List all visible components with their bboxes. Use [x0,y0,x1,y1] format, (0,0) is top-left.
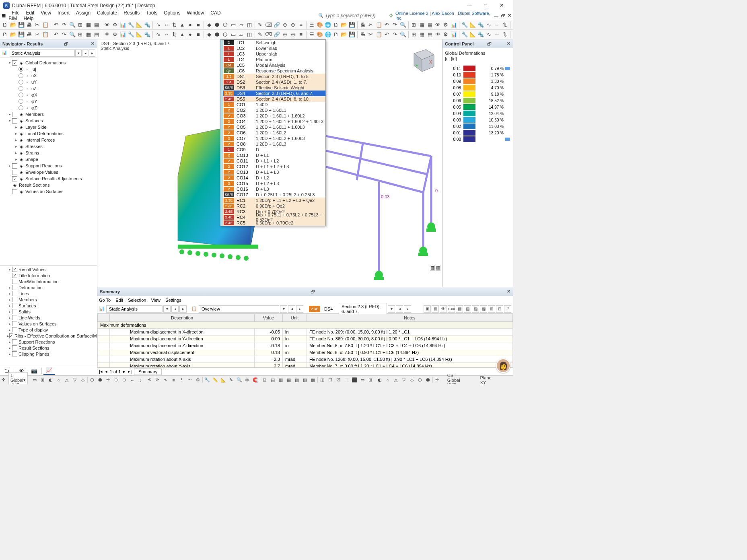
col-header[interactable]: Unit [283,314,307,322]
tree-item[interactable]: ▸Result Values [1,266,96,272]
toolbar-button[interactable]: 🔗 [273,31,280,39]
checkbox[interactable] [12,315,17,320]
status-tool-button[interactable]: 📏 [212,377,219,383]
loadcase-option[interactable]: SE/ECO17D + 0.25L1 + 0.25L2 + 0.25L3 [220,192,325,198]
tree-item[interactable]: ◈Result Sections [1,182,96,188]
status-tool-button[interactable]: ≡ [170,377,177,383]
status-tool-button[interactable]: ⬚ [343,377,350,383]
loadcase-option[interactable]: QeLC5Modal Analysis [220,62,325,68]
tab-results-icon[interactable]: 📈 [43,367,55,375]
status-tool-button[interactable]: ⬢ [424,377,432,383]
loadcase-option[interactable]: QeLC6Response Spectrum Analysis [220,68,325,74]
toolbar-button[interactable]: ⊞ [77,21,84,29]
toolbar-button[interactable]: 📊 [450,21,457,29]
tree-item[interactable]: ▸Support Reactions [1,339,96,345]
toolbar-button[interactable]: 👁 [103,21,111,29]
toolbar-button[interactable]: 🔍 [69,31,76,39]
toolbar-button[interactable]: 🖶 [26,21,33,29]
tree-item[interactable]: ◈Values on Surfaces [1,188,96,195]
loadcase-option[interactable]: 1CO11.40D [220,102,325,107]
summary-tab[interactable]: Summary [134,369,162,375]
toolbar-button[interactable]: ▲ [179,31,186,39]
status-tool-button[interactable]: ↕ [137,377,144,383]
toolbar-button[interactable]: 📐 [469,31,476,39]
toolbar-button[interactable]: 👁 [434,21,441,29]
loadcase-option[interactable]: 2.3ERC20.90D/p + Qe2 [220,203,325,209]
prev-button[interactable]: ◂ [288,305,295,313]
menu-window[interactable]: Window [184,9,208,17]
status-tool-button[interactable]: ◇ [408,377,416,383]
status-tool-button[interactable]: ▭ [359,377,366,383]
toolbar-button[interactable]: ⊖ [289,31,296,39]
tree-item[interactable]: ▸Deformation [1,284,96,290]
view-mode-1-icon[interactable]: ▥ [430,265,435,271]
tool-icon[interactable]: ▨ [472,305,479,313]
minimize-button[interactable]: — [461,1,477,10]
menu-insert[interactable]: Insert [54,9,73,17]
loadcase-option[interactable]: 2CO41.20D + 1.60L1 + 1.60L2 + 1.60L3 [220,119,325,124]
toolbar-button[interactable]: 📐 [469,21,476,29]
toolbar-button[interactable]: ⊕ [281,21,288,29]
prev-button[interactable]: ◂ [171,305,179,313]
toolbar-button[interactable]: 📋 [42,31,49,39]
status-tool-button[interactable]: ⚙ [194,377,202,383]
chevron-down-icon[interactable]: ▾ [388,305,395,313]
next-button[interactable]: ▸ [89,49,95,57]
toolbar-button[interactable]: 🔩 [144,31,151,39]
toolbar-button[interactable]: 📐 [136,21,143,29]
toolbar-button[interactable]: ✂ [367,31,375,39]
toolbar-button[interactable]: ⊕ [281,31,288,39]
status-tool-button[interactable]: ⟲ [146,377,153,383]
toolbar-button[interactable]: ⇅ [501,21,508,29]
loadcase-option[interactable]: 2CO12D + L1 + L2 + L3 [220,164,325,169]
loadcase-dropdown[interactable]: DLC1Self-weightLLC2Lower slabLLC3Upper s… [220,39,326,226]
tree-item[interactable]: ▾◈Global Deformations [1,60,96,66]
panel-close-icon[interactable]: ✕ [91,41,95,46]
case-desc-select[interactable]: Section 2.3 (LRFD), 6. and 7. [339,303,387,315]
toolbar-button[interactable]: 📂 [10,31,17,39]
loadcase-option[interactable]: 2.3ERC11.20D/p + L1 + L2 + L3 + Qe2 [220,198,325,203]
toolbar-button[interactable]: ↷ [391,21,399,29]
toolbar-button[interactable]: ⬡ [222,31,229,39]
toolbar-button[interactable]: ■ [195,31,202,39]
loadcase-option[interactable]: 2.3DS1Section 2.3 (LRFD), 1. to 5. [220,74,325,79]
toolbar-button[interactable]: 📊 [119,31,127,39]
toolbar-button[interactable]: ⌫ [264,21,272,29]
checkbox[interactable] [12,60,17,66]
toolbar-button[interactable]: 🔍 [69,21,76,29]
loadcase-option[interactable]: 2CO10D + L1 [220,152,325,158]
toolbar-button[interactable]: ✂ [34,31,41,39]
toolbar-button[interactable]: ◆ [206,31,213,39]
menu-options[interactable]: Options [161,9,183,17]
status-tool-button[interactable]: ◐ [376,377,383,383]
toolbar-button[interactable]: ↔ [163,21,170,29]
status-tool-button[interactable]: ⊖ [121,377,128,383]
toolbar-button[interactable]: ⌫ [264,31,272,39]
loadcase-option[interactable]: SE/EDS3Effective Seismic Weight [220,85,325,91]
loadcase-option[interactable]: 2CO21.20D + 1.60L1 [220,107,325,113]
toolbar-button[interactable]: ⚙ [442,31,449,39]
toolbar-button[interactable]: 🖶 [26,31,33,39]
loadcase-option[interactable]: 2.3EDS4Section 2.3 (LRFD), 6. and 7. [220,91,325,96]
status-tool-button[interactable]: ☑ [335,377,342,383]
status-tool-button[interactable]: ⬢ [97,377,104,383]
tree-item[interactable]: ▫uY [1,79,96,85]
toolbar-button[interactable]: ⊞ [410,21,418,29]
next-button[interactable]: ▸ [296,305,303,313]
checkbox[interactable] [12,267,17,272]
tool-icon[interactable]: ▧ [464,305,471,313]
loadcase-option[interactable]: 2CO61.20D + 1.60L2 [220,130,325,136]
loadcase-option[interactable]: 2.4ERC4D/p + 0.75L1 + 0.75L2 + 0.75L3 + … [220,214,325,220]
toolbar-button[interactable]: ↷ [61,21,68,29]
toolbar-button[interactable]: 🔍 [399,31,407,39]
toolbar-button[interactable]: 🗋 [332,21,340,29]
loadcase-option[interactable]: 2.4ERC50.60D/p + 0.70Qe2 [220,220,325,226]
status-tool-button[interactable]: ☐ [327,377,334,383]
checkbox[interactable] [12,273,17,278]
checkbox[interactable] [12,170,17,175]
tree-item[interactable]: ▸Members [1,296,96,303]
tool-icon[interactable]: ▩ [480,305,487,313]
toolbar-button[interactable]: ⬡ [222,21,229,29]
status-tool-button[interactable]: ▽ [71,377,78,383]
status-tool-button[interactable]: ○ [384,377,391,383]
